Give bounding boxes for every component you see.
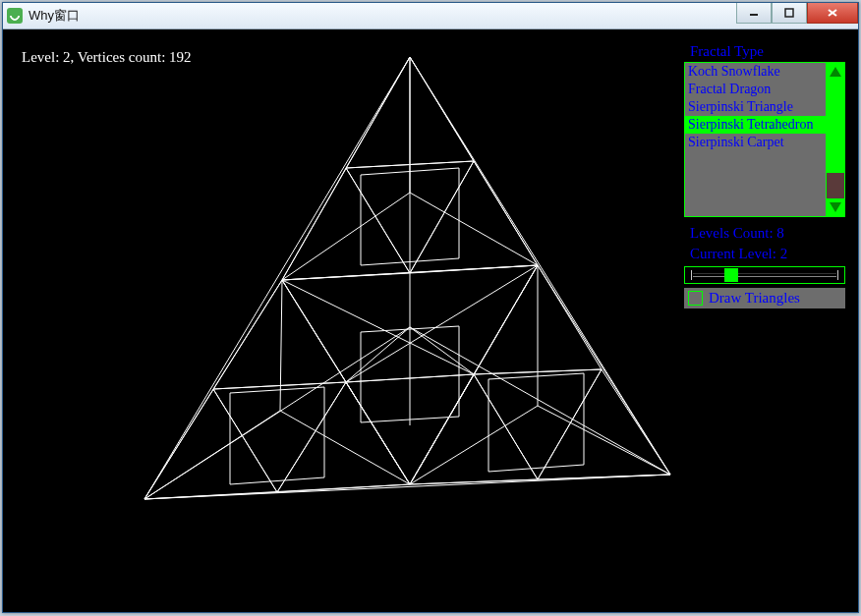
controls-panel: Fractal Type Koch Snowflake Fractal Drag… bbox=[684, 41, 845, 308]
app-icon bbox=[7, 8, 23, 24]
level-slider[interactable] bbox=[684, 266, 845, 284]
draw-triangles-row[interactable]: Draw Triangles bbox=[684, 288, 845, 308]
fractal-listbox[interactable]: Koch Snowflake Fractal Dragon Sierpinski… bbox=[684, 62, 845, 217]
scroll-track-lower bbox=[827, 173, 844, 198]
levels-count-label: Levels Count: 8 bbox=[684, 223, 845, 244]
listbox-scrollbar[interactable] bbox=[826, 63, 844, 216]
fractal-type-label: Fractal Type bbox=[684, 41, 845, 62]
minimize-icon bbox=[749, 8, 759, 18]
client-area: Level: 2, Vertices count: 192 Fractal Ty… bbox=[4, 29, 857, 611]
app-window: Why窗口 bbox=[2, 2, 859, 613]
svg-marker-15 bbox=[277, 382, 410, 492]
status-text: Level: 2, Vertices count: 192 bbox=[22, 49, 192, 66]
svg-marker-7 bbox=[410, 265, 670, 484]
fractal-render bbox=[12, 37, 700, 607]
titlebar[interactable]: Why窗口 bbox=[3, 3, 858, 29]
svg-marker-18 bbox=[410, 374, 538, 484]
maximize-icon bbox=[784, 8, 794, 18]
svg-marker-24 bbox=[230, 387, 324, 484]
list-item[interactable]: Fractal Dragon bbox=[685, 81, 826, 98]
viewport[interactable]: Level: 2, Vertices count: 192 Fractal Ty… bbox=[12, 37, 849, 603]
current-level-label: Current Level: 2 bbox=[684, 244, 845, 264]
chevron-up-icon bbox=[830, 67, 841, 77]
list-item[interactable]: Sierpinski Triangle bbox=[685, 98, 826, 116]
svg-marker-11 bbox=[410, 161, 538, 273]
slider-tick bbox=[691, 270, 692, 280]
close-button[interactable] bbox=[807, 3, 858, 24]
window-buttons bbox=[736, 3, 858, 24]
list-item[interactable]: Koch Snowflake bbox=[685, 63, 826, 81]
scroll-down-button[interactable] bbox=[827, 198, 844, 216]
list-item[interactable]: Sierpinski Tetrahedron bbox=[685, 116, 826, 134]
maximize-button[interactable] bbox=[772, 3, 807, 24]
svg-rect-1 bbox=[785, 9, 793, 17]
chevron-down-icon bbox=[830, 202, 841, 212]
slider-track bbox=[693, 273, 836, 277]
slider-tick bbox=[837, 270, 838, 280]
close-icon bbox=[827, 8, 838, 18]
list-item[interactable]: Sierpinski Carpet bbox=[685, 134, 826, 151]
slider-thumb[interactable] bbox=[724, 268, 738, 282]
svg-marker-13 bbox=[213, 280, 346, 389]
draw-triangles-label: Draw Triangles bbox=[709, 290, 800, 307]
draw-triangles-checkbox[interactable] bbox=[688, 291, 703, 306]
svg-marker-4 bbox=[144, 57, 670, 499]
scroll-track[interactable] bbox=[827, 81, 844, 198]
list-items: Koch Snowflake Fractal Dragon Sierpinski… bbox=[685, 63, 826, 216]
minimize-button[interactable] bbox=[736, 3, 772, 24]
scroll-up-button[interactable] bbox=[827, 63, 844, 81]
scroll-thumb[interactable] bbox=[827, 81, 844, 173]
window-title: Why窗口 bbox=[29, 7, 80, 25]
